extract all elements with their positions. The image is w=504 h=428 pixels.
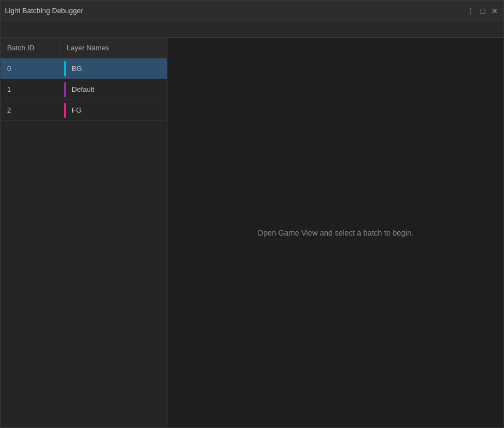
title-bar-left: Light Batching Debugger — [5, 7, 83, 15]
cell-batch-id: 0 — [1, 65, 60, 73]
window: Light Batching Debugger ⋮ □ ✕ Batch ID L… — [0, 0, 504, 428]
table-row[interactable]: 0 BG — [1, 58, 167, 79]
table-header: Batch ID Layer Names — [1, 38, 167, 58]
title-bar: Light Batching Debugger ⋮ □ ✕ — [1, 1, 503, 21]
toolbar-area — [1, 21, 503, 38]
window-title: Light Batching Debugger — [5, 7, 83, 15]
more-options-button[interactable]: ⋮ — [466, 7, 475, 15]
column-header-layer-names: Layer Names — [60, 44, 115, 52]
table-body: 0 BG 1 Default 2 — [1, 58, 167, 427]
close-button[interactable]: ✕ — [490, 7, 499, 15]
cell-layer-names: Default — [60, 82, 94, 97]
layer-name-text: BG — [72, 65, 82, 73]
layer-color-bar — [64, 82, 66, 97]
cell-layer-names: BG — [60, 61, 82, 77]
left-panel: Batch ID Layer Names 0 BG 1 — [1, 38, 167, 427]
column-header-batch-id: Batch ID — [1, 44, 60, 52]
layer-color-bar — [64, 61, 66, 77]
cell-layer-names: FG — [60, 103, 82, 118]
layer-name-text: Default — [72, 85, 94, 93]
table-row[interactable]: 2 FG — [1, 100, 167, 121]
table-row[interactable]: 1 Default — [1, 79, 167, 100]
right-panel: Open Game View and select a batch to beg… — [167, 38, 503, 427]
maximize-button[interactable]: □ — [478, 7, 487, 15]
cell-batch-id: 2 — [1, 106, 60, 114]
title-bar-controls: ⋮ □ ✕ — [466, 7, 499, 15]
placeholder-text: Open Game View and select a batch to beg… — [257, 228, 413, 237]
layer-color-bar — [64, 103, 66, 118]
main-content: Batch ID Layer Names 0 BG 1 — [1, 38, 503, 427]
cell-batch-id: 1 — [1, 85, 60, 93]
layer-name-text: FG — [72, 106, 82, 114]
